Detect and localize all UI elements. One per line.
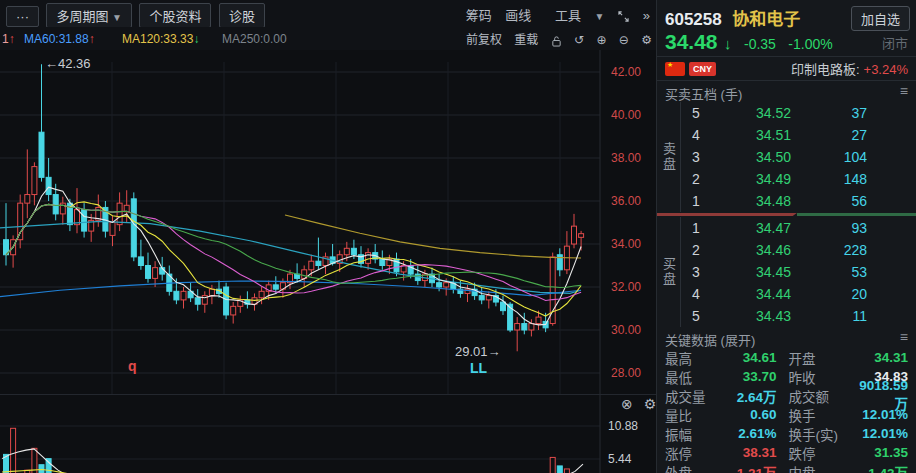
level: 5 — [681, 105, 711, 121]
price: 34.44 — [711, 286, 791, 302]
tab-diagnose[interactable]: 诊股 — [219, 3, 265, 28]
stat-value: 12.01% — [853, 426, 909, 441]
stat-value: 12.01% — [853, 407, 909, 422]
stat-value: 0.60 — [721, 407, 777, 422]
stat-label: 外盘 — [665, 462, 721, 473]
ma-line-MA5 — [6, 187, 581, 325]
candles-group — [4, 64, 584, 351]
chips-tool[interactable]: 筹码 — [466, 8, 492, 23]
volume-chart[interactable]: 10.885.44 — [0, 394, 656, 473]
stat-label: 跌停 — [789, 443, 853, 463]
stat-value: 38.31 — [721, 445, 777, 460]
tab-stock-info[interactable]: 个股资料 — [139, 3, 211, 28]
key-data-row: 振幅2.61%换手(实)12.01% — [657, 424, 916, 443]
candlestick-chart[interactable]: 42.0040.0038.0036.0034.0032.0030.0028.00 — [0, 50, 656, 394]
level: 3 — [681, 149, 711, 165]
volume: 56 — [791, 193, 867, 209]
forward-adjust-button[interactable]: 前复权 — [466, 33, 502, 47]
price: 34.50 — [711, 149, 791, 165]
market-status: 闭市 — [882, 33, 908, 52]
reload-button[interactable]: 重载 — [514, 33, 538, 47]
ma-indicator-row: 1↑ MA60:31.88↑ MA120:33.33↓ MA250:0.00 前… — [0, 27, 656, 50]
chevron-down-icon: ▼ — [112, 12, 122, 23]
tab-multi-period[interactable]: 多周期图 ▼ — [46, 3, 132, 28]
stat-label: 开盘 — [789, 348, 853, 368]
stock-name: 协和电子 — [732, 10, 800, 29]
add-watchlist-button[interactable]: 加自选 — [851, 6, 910, 31]
price: 34.43 — [711, 308, 791, 324]
quote-header: 605258 协和电子 加自选 — [657, 0, 916, 30]
stock-code: 605258 — [665, 10, 722, 29]
stat-label: 换手 — [789, 405, 853, 425]
price-tick-label: 42.00 — [611, 65, 641, 79]
tools-menu[interactable]: 工具 ▼ — [545, 8, 605, 23]
menu-icon[interactable]: ≡ — [900, 329, 908, 345]
key-data-row: 量比0.60换手12.01% — [657, 405, 916, 424]
bid-row[interactable]: 134.4793 — [681, 217, 916, 239]
stat-label: 内盘 — [789, 462, 853, 473]
zoom-in-icon[interactable]: ⊕ — [596, 33, 606, 47]
volume: 93 — [791, 220, 867, 236]
lock-icon[interactable] — [551, 33, 562, 47]
ask-row[interactable]: 434.5127 — [681, 124, 916, 146]
bid-rows: 134.4793234.46228334.4553434.4420534.431… — [681, 217, 916, 327]
ask-row[interactable]: 234.49148 — [681, 168, 916, 190]
down-arrow-icon: ↓ — [193, 32, 199, 46]
level: 5 — [681, 308, 711, 324]
volume: 20 — [791, 286, 867, 302]
stat-value: 2.64万 — [721, 386, 777, 406]
volume: 104 — [791, 149, 867, 165]
price-row: 34.48 ↓ -0.35 -1.00% 闭市 — [657, 30, 916, 56]
bid-row[interactable]: 534.4311 — [681, 305, 916, 327]
key-data-row: 最高34.61开盘34.31 — [657, 348, 916, 367]
menu-icon[interactable]: ≡ — [900, 83, 908, 99]
price-down-arrow-icon: ↓ — [724, 35, 732, 52]
chart-controls: 前复权 重载 ↺ ⊕ ⊖ ⚙ — [457, 30, 652, 47]
key-data-header[interactable]: 关键数据 (展开) ≡ — [657, 327, 916, 348]
price: 34.48 — [711, 193, 791, 209]
price-tick-label: 40.00 — [611, 108, 641, 122]
fullscreen-icon[interactable] — [618, 8, 629, 23]
bid-book: 买盘 134.4793234.46228334.4553434.4420534.… — [657, 217, 916, 327]
stat-value: 1.43万 — [853, 462, 909, 473]
stat-label: 最低 — [665, 367, 721, 387]
ask-row[interactable]: 534.5237 — [681, 102, 916, 124]
undo-icon[interactable]: ↺ — [574, 33, 584, 47]
bid-row[interactable]: 434.4420 — [681, 283, 916, 305]
stat-label: 昨收 — [789, 367, 853, 387]
up-arrow-icon: ↑ — [9, 32, 15, 46]
china-flag-icon — [665, 62, 685, 76]
buy-ratio-segment — [797, 213, 916, 216]
stat-value: 34.31 — [853, 350, 909, 365]
ask-rows: 534.5237434.5127334.50104234.49148134.48… — [681, 102, 916, 212]
price-change: -0.35 — [744, 36, 776, 52]
stat-value: 1.21万 — [721, 462, 777, 473]
level: 4 — [681, 286, 711, 302]
sell-ratio-segment — [657, 213, 797, 216]
gear-icon[interactable]: ⚙ — [641, 33, 652, 47]
volume: 228 — [791, 242, 867, 258]
price: 34.45 — [711, 264, 791, 280]
bid-side-label: 买盘 — [659, 257, 678, 287]
draw-line-tool[interactable]: 画线 — [505, 8, 531, 23]
more-button[interactable]: ··· — [6, 6, 39, 27]
volume-tick-label: 5.44 — [608, 452, 632, 466]
ma-lines-group — [0, 187, 581, 325]
price-tick-label: 28.00 — [611, 366, 641, 380]
volume: 27 — [791, 127, 867, 143]
ask-row[interactable]: 134.4856 — [681, 190, 916, 212]
sector-link[interactable]: 印制电路板:+3.24% — [791, 59, 908, 78]
quote-panel: 605258 协和电子 加自选 34.48 ↓ -0.35 -1.00% 闭市 … — [656, 0, 916, 473]
price: 34.52 — [711, 105, 791, 121]
level: 2 — [681, 171, 711, 187]
ma-partial-label: 1↑ — [2, 32, 15, 46]
ma120-label: MA120:33.33↓ — [122, 32, 199, 46]
price: 34.49 — [711, 171, 791, 187]
zoom-out-icon[interactable]: ⊖ — [619, 33, 629, 47]
price: 34.46 — [711, 242, 791, 258]
bid-row[interactable]: 334.4553 — [681, 261, 916, 283]
bid-row[interactable]: 234.46228 — [681, 239, 916, 261]
last-price: 34.48 — [665, 30, 718, 53]
collapse-panel-icon[interactable]: » — [643, 8, 650, 23]
ask-row[interactable]: 334.50104 — [681, 146, 916, 168]
